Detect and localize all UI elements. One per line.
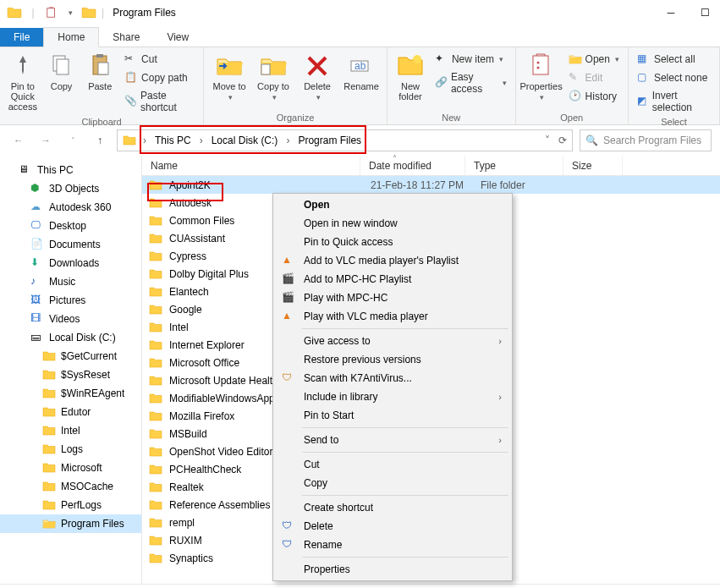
nav-sysreset[interactable]: $SysReset xyxy=(0,365,141,384)
breadcrumb[interactable]: › This PC › Local Disk (C:) › Program Fi… xyxy=(117,129,573,151)
nav-pictures[interactable]: 🖼Pictures xyxy=(0,291,141,310)
tab-file[interactable]: File xyxy=(0,28,43,47)
folder-icon xyxy=(42,405,56,419)
cm-pin-start[interactable]: Pin to Start xyxy=(275,406,510,425)
file-type: File folder xyxy=(481,179,579,191)
history-button[interactable]: 🕑History xyxy=(565,88,623,105)
edit-button[interactable]: ✎Edit xyxy=(565,69,623,86)
cm-scan-k7[interactable]: 🛡Scan with K7AntiVirus... xyxy=(275,369,510,387)
nav-3d-objects[interactable]: ⬢3D Objects xyxy=(0,179,141,198)
chevron-right-icon[interactable]: › xyxy=(196,135,206,146)
forward-button[interactable]: → xyxy=(36,130,56,151)
col-header-size[interactable]: Size xyxy=(563,156,623,175)
drive-icon: 🖴 xyxy=(30,331,44,344)
cm-copy[interactable]: Copy xyxy=(275,474,510,492)
minimize-button[interactable]: ─ xyxy=(662,4,679,21)
cm-properties[interactable]: Properties xyxy=(275,560,510,579)
open-button[interactable]: Open xyxy=(565,51,623,68)
nav-music[interactable]: ♪Music xyxy=(0,272,141,291)
copy-path-button[interactable]: 📋Copy path xyxy=(121,69,198,86)
copy-to-button[interactable]: Copy to xyxy=(253,49,294,102)
nav-videos[interactable]: 🎞Videos xyxy=(0,310,141,328)
tab-view[interactable]: View xyxy=(153,28,202,47)
rename-button[interactable]: ab Rename xyxy=(341,49,382,91)
select-all-button[interactable]: ▦Select all xyxy=(634,51,714,68)
file-row[interactable]: Apoint2K 21-Feb-18 11:27 PM File folder xyxy=(142,176,720,194)
new-item-icon: ✦ xyxy=(435,52,448,66)
cm-vlc-playlist[interactable]: ▲Add to VLC media player's Playlist xyxy=(275,251,510,270)
maximize-button[interactable]: ☐ xyxy=(696,4,713,21)
breadcrumb-seg-folder[interactable]: Program Files xyxy=(296,135,363,146)
copy-button[interactable]: Copy xyxy=(44,49,80,91)
cm-create-shortcut[interactable]: Create shortcut xyxy=(275,498,510,517)
nav-desktop[interactable]: 🖵Desktop xyxy=(0,217,141,235)
recent-dropdown[interactable]: ˅ xyxy=(63,130,83,151)
cm-send-to[interactable]: Send to› xyxy=(275,431,510,449)
folder-icon xyxy=(42,349,56,363)
folder-icon xyxy=(42,368,56,382)
tab-share[interactable]: Share xyxy=(99,28,153,47)
nav-winreagent[interactable]: $WinREAgent xyxy=(0,384,141,403)
cut-button[interactable]: ✂Cut xyxy=(121,51,198,68)
nav-getcurrent[interactable]: $GetCurrent xyxy=(0,347,141,365)
refresh-button[interactable]: ⟳ xyxy=(558,135,567,146)
cm-give-access[interactable]: Give access to› xyxy=(275,332,510,350)
paste-shortcut-button[interactable]: 📎Paste shortcut xyxy=(121,88,198,115)
nav-intel[interactable]: Intel xyxy=(0,421,141,440)
chevron-right-icon[interactable]: › xyxy=(140,135,150,146)
tab-home[interactable]: Home xyxy=(43,27,99,47)
cm-rename[interactable]: 🛡Rename xyxy=(275,536,510,554)
column-headers: Name ˄ Date modified Type Size xyxy=(142,156,720,176)
qat-dropdown-icon[interactable]: ▾ xyxy=(63,5,78,20)
cm-restore[interactable]: Restore previous versions xyxy=(275,350,510,369)
back-button[interactable]: ← xyxy=(8,130,29,151)
cm-play-vlc[interactable]: ▲Play with VLC media player xyxy=(275,307,510,326)
breadcrumb-dropdown[interactable]: ˅ xyxy=(545,135,550,146)
cm-cut[interactable]: Cut xyxy=(275,455,510,474)
nav-local-disk[interactable]: 🖴Local Disk (C:) xyxy=(0,328,141,347)
search-input[interactable]: 🔍 Search Program Files xyxy=(580,129,712,151)
nav-program-files[interactable]: Program Files xyxy=(0,514,141,533)
invert-selection-button[interactable]: ◩Invert selection xyxy=(634,88,714,115)
nav-downloads[interactable]: ⬇Downloads xyxy=(0,254,141,272)
pin-to-quick-access-button[interactable]: Pin to Quick access xyxy=(5,49,41,112)
new-item-button[interactable]: ✦New item xyxy=(431,51,510,68)
move-to-button[interactable]: Move to xyxy=(209,49,250,102)
nav-logs[interactable]: Logs xyxy=(0,440,141,459)
nav-autodesk[interactable]: ☁Autodesk 360 xyxy=(0,198,141,217)
folder-icon xyxy=(149,214,162,228)
select-none-button[interactable]: ▢Select none xyxy=(634,69,714,86)
chevron-right-icon[interactable]: › xyxy=(283,135,293,146)
cm-include-library[interactable]: Include in library› xyxy=(275,387,510,406)
status-bar: 25 items 1 item selected xyxy=(0,584,720,588)
properties-qat-icon[interactable] xyxy=(44,5,59,20)
edit-icon: ✎ xyxy=(569,71,582,85)
nav-documents[interactable]: 📄Documents xyxy=(0,235,141,254)
cm-play-mpc[interactable]: 🎬Play with MPC-HC xyxy=(275,289,510,307)
folder-icon xyxy=(42,424,56,437)
col-header-date[interactable]: Date modified xyxy=(360,156,465,175)
col-header-type[interactable]: Type xyxy=(465,156,563,175)
breadcrumb-seg-pc[interactable]: This PC xyxy=(153,135,193,146)
nav-edutor[interactable]: Edutor xyxy=(0,403,141,421)
nav-msocache[interactable]: MSOCache xyxy=(0,477,141,496)
properties-button[interactable]: Properties xyxy=(521,49,562,102)
easy-access-button[interactable]: 🔗Easy access xyxy=(431,69,510,96)
cm-pin-quick[interactable]: Pin to Quick access xyxy=(275,233,510,251)
nav-perflogs[interactable]: PerfLogs xyxy=(0,496,141,514)
col-header-name[interactable]: Name xyxy=(142,156,360,175)
new-folder-button[interactable]: New folder xyxy=(393,49,428,102)
nav-this-pc[interactable]: 🖥This PC xyxy=(0,161,141,179)
select-all-icon: ▦ xyxy=(637,52,651,66)
cm-open[interactable]: Open xyxy=(275,195,510,214)
breadcrumb-seg-disk[interactable]: Local Disk (C:) xyxy=(210,135,280,146)
navigation-pane[interactable]: 🖥This PC ⬢3D Objects ☁Autodesk 360 🖵Desk… xyxy=(0,156,142,584)
delete-button[interactable]: Delete xyxy=(297,49,338,102)
paste-shortcut-icon: 📎 xyxy=(124,95,137,108)
cm-delete[interactable]: 🛡Delete xyxy=(275,517,510,536)
nav-microsoft[interactable]: Microsoft xyxy=(0,459,141,477)
paste-button[interactable]: Paste xyxy=(82,49,118,91)
cm-mpc-playlist[interactable]: 🎬Add to MPC-HC Playlist xyxy=(275,270,510,289)
up-button[interactable]: ↑ xyxy=(90,130,110,151)
cm-open-new-window[interactable]: Open in new window xyxy=(275,214,510,233)
